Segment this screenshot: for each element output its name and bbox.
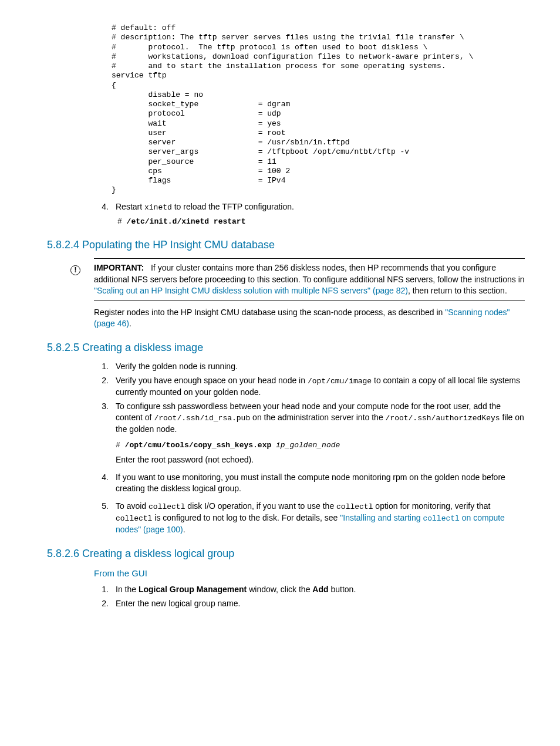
- prompt: #: [116, 441, 125, 450]
- paragraph: Register nodes into the HP Insight CMU d…: [94, 307, 525, 330]
- important-label: IMPORTANT:: [94, 263, 144, 272]
- step-body: Enter the new logical group name.: [116, 598, 525, 610]
- step-body: To configure ssh passwordless between yo…: [116, 401, 525, 466]
- important-icon: !: [70, 262, 94, 297]
- text: In the: [116, 585, 139, 594]
- important-note: ! IMPORTANT: If your cluster contains mo…: [70, 262, 525, 297]
- text: to reload the TFTP configuration.: [172, 202, 294, 211]
- step-number: 5.: [91, 501, 109, 536]
- step-2: 2. Enter the new logical group name.: [35, 598, 525, 610]
- step-number: 2.: [91, 598, 109, 610]
- ui-element: Logical Group Management: [139, 585, 247, 594]
- divider: [94, 258, 525, 259]
- text: is configured to not log to the disk. Fo…: [152, 513, 340, 522]
- text: button.: [329, 585, 356, 594]
- text: Verify you have enough space on your hea…: [116, 376, 308, 385]
- important-body: IMPORTANT: If your cluster contains more…: [94, 262, 525, 297]
- step-number: 4.: [91, 201, 109, 213]
- command: /opt/cmu/tools/copy_ssh_keys.exp: [125, 441, 276, 450]
- step-number: 2.: [91, 375, 109, 399]
- inline-code: collectl: [149, 502, 185, 511]
- divider: [94, 301, 525, 301]
- step-body: In the Logical Group Management window, …: [116, 584, 525, 596]
- step-number: 4.: [91, 472, 109, 495]
- command: /etc/init.d/xinetd restart: [127, 217, 246, 226]
- text: Restart: [116, 202, 144, 211]
- step-body: If you want to use monitoring, you must …: [116, 472, 525, 495]
- section-heading-5824: 5.8.2.4 Populating the HP Insight CMU da…: [47, 238, 525, 252]
- step-body: Verify the golden node is running.: [116, 361, 525, 373]
- step-2: 2. Verify you have enough space on your …: [35, 375, 525, 399]
- step-number: 3.: [91, 401, 109, 466]
- text: option for monitoring, verify that: [373, 501, 490, 511]
- step-4: 4. If you want to use monitoring, you mu…: [35, 472, 525, 495]
- text: disk I/O operation, if you want to use t…: [185, 501, 336, 511]
- step-number: 1.: [91, 361, 109, 373]
- step-1: 1. In the Logical Group Management windo…: [35, 584, 525, 596]
- step-body: Verify you have enough space on your hea…: [116, 375, 525, 399]
- link-text: "Installing and starting: [340, 513, 423, 522]
- inline-code: /opt/cmu/image: [308, 377, 372, 386]
- command-arg: ip_golden_node: [276, 441, 340, 450]
- command-line: # /opt/cmu/tools/copy_ssh_keys.exp ip_go…: [116, 440, 525, 451]
- text: on the administration server into the: [250, 413, 385, 422]
- step-body: Restart xinetd to reload the TFTP config…: [116, 201, 525, 213]
- text: window, click the: [247, 585, 312, 594]
- text: Register nodes into the HP Insight CMU d…: [94, 308, 445, 317]
- link-nfs-servers[interactable]: "Scaling out an HP Insight CMU diskless …: [94, 286, 408, 295]
- step-5: 5. To avoid collectl disk I/O operation,…: [35, 501, 525, 536]
- tftp-config-code: # default: off # description: The tftp s…: [112, 23, 525, 195]
- command-line: # /etc/init.d/xinetd restart: [117, 217, 525, 227]
- step-body: To avoid collectl disk I/O operation, if…: [116, 501, 525, 536]
- ui-element: Add: [312, 585, 328, 594]
- step-4: 4. Restart xinetd to reload the TFTP con…: [35, 201, 525, 213]
- text: .: [183, 525, 185, 534]
- prompt: #: [117, 217, 127, 226]
- section-heading-5825: 5.8.2.5 Creating a diskless image: [47, 340, 525, 355]
- text: , then return to this section.: [408, 286, 507, 295]
- inline-code: /root/.ssh/id_rsa.pub: [154, 414, 250, 423]
- inline-code: /root/.ssh/authorizedKeys: [386, 414, 500, 423]
- inline-code: collectl: [116, 514, 152, 523]
- section-heading-5826: 5.8.2.6 Creating a diskless logical grou…: [47, 546, 525, 561]
- text: Enter the root password (not echoed).: [116, 454, 525, 466]
- text: If your cluster contains more than 256 d…: [94, 263, 525, 284]
- text: To avoid: [116, 501, 149, 511]
- inline-code: collectl: [423, 514, 459, 523]
- step-1: 1. Verify the golden node is running.: [35, 361, 525, 373]
- inline-code: collectl: [336, 502, 373, 511]
- text: .: [129, 319, 131, 328]
- inline-code: xinetd: [144, 203, 172, 212]
- step-number: 1.: [91, 584, 109, 596]
- subsection-heading: From the GUI: [94, 567, 525, 579]
- step-3: 3. To configure ssh passwordless between…: [35, 401, 525, 466]
